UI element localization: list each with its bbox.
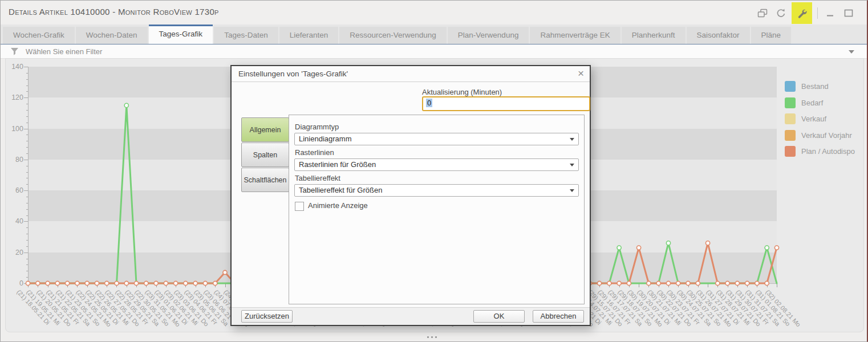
title-bar: Details Artikel 10410000 - Monitor RoboV… <box>1 2 867 23</box>
filter-placeholder: Wählen Sie einen Filter <box>26 47 102 56</box>
series-marker-plan-autodispo <box>184 281 188 285</box>
titlebar-separator <box>817 7 818 19</box>
legend-label-bedarf: Bedarf <box>801 99 823 107</box>
tab-ressourcen-verwendung[interactable]: Ressourcen-Verwendung <box>339 27 447 44</box>
series-marker-plan-autodispo <box>666 281 670 285</box>
legend-item-plan-autodispo[interactable]: Plan / Autodispo <box>785 146 855 157</box>
settings-dialog: Einstellungen von 'Tages-Grafik' × Aktua… <box>230 65 591 326</box>
rasterlinien-chevron-down-icon <box>570 164 574 166</box>
series-marker-plan-autodispo <box>597 281 601 285</box>
series-marker-plan-autodispo <box>203 281 207 285</box>
series-marker-plan-autodispo <box>686 281 690 285</box>
series-marker-plan-autodispo <box>115 281 119 285</box>
series-marker-plan-autodispo <box>36 281 40 285</box>
series-marker-plan-autodispo <box>174 281 178 285</box>
series-marker-plan-autodispo <box>696 281 700 285</box>
series-marker-plan-autodispo <box>213 281 217 285</box>
tab-plan-verwendung[interactable]: Plan-Verwendung <box>448 27 529 44</box>
filter-chevron-down-icon[interactable] <box>849 50 854 54</box>
series-marker-plan-autodispo <box>223 270 227 274</box>
diagrammtyp-label: Diagrammtyp <box>295 123 339 131</box>
series-marker-plan-autodispo <box>676 281 680 285</box>
series-marker-plan-autodispo <box>755 281 759 285</box>
reset-button[interactable]: Zurücksetzen <box>241 310 293 323</box>
series-marker-plan-autodispo <box>656 281 660 285</box>
series-marker-bedarf <box>617 246 621 250</box>
series-marker-plan-autodispo <box>144 281 148 285</box>
series-marker-bedarf <box>124 103 128 107</box>
series-marker-plan-autodispo <box>124 281 128 285</box>
rasterlinien-value: Rasterlinien für Größen <box>299 160 376 169</box>
refresh-icon[interactable] <box>774 7 787 19</box>
filter-bar[interactable]: Wählen Sie einen Filter <box>1 45 867 59</box>
tab-rahmenverträge-ek[interactable]: Rahmenverträge EK <box>530 27 620 44</box>
ok-button[interactable]: OK <box>473 310 525 323</box>
tab-saisonfaktor[interactable]: Saisonfaktor <box>687 27 750 44</box>
cascade-windows-icon[interactable] <box>756 7 769 19</box>
refresh-minutes-value: 0 <box>426 99 432 107</box>
dialog-footer: Zurücksetzen OK Abbrechen <box>232 307 590 325</box>
tab-tages-daten[interactable]: Tages-Daten <box>214 27 278 44</box>
tab-lieferanten[interactable]: Lieferanten <box>279 27 339 44</box>
tab-bar: Wochen-GrafikWochen-DatenTages-GrafikTag… <box>1 25 867 44</box>
diagrammtyp-chevron-down-icon <box>570 138 574 141</box>
legend-swatch-bestand <box>785 81 796 92</box>
series-marker-plan-autodispo <box>66 281 70 285</box>
dialog-tab-schaltflächen[interactable]: Schaltflächen <box>241 168 289 192</box>
tabelliereffekt-dropdown[interactable]: Tabelliereffekt für Größen <box>294 184 579 197</box>
tabelliereffekt-value: Tabelliereffekt für Größen <box>299 186 382 194</box>
legend-swatch-plan-autodispo <box>785 146 796 157</box>
legend-item-bedarf[interactable]: Bedarf <box>785 97 823 108</box>
dialog-close-icon[interactable]: × <box>578 67 584 80</box>
series-marker-plan-autodispo <box>85 281 89 285</box>
series-marker-plan-autodispo <box>706 241 710 245</box>
legend-label-bestand: Bestand <box>801 82 829 91</box>
series-marker-plan-autodispo <box>105 281 109 285</box>
series-marker-plan-autodispo <box>617 281 621 285</box>
minimize-icon[interactable] <box>824 7 837 19</box>
series-marker-plan-autodispo <box>637 246 641 250</box>
settings-wrench-icon[interactable] <box>792 2 812 24</box>
cancel-button[interactable]: Abbrechen <box>533 310 584 323</box>
series-marker-plan-autodispo <box>647 281 651 285</box>
series-marker-plan-autodispo <box>607 281 611 285</box>
series-marker-plan-autodispo <box>134 281 138 285</box>
legend-swatch-verkauf <box>785 113 796 124</box>
legend-label-verkauf-vorjahr: Verkauf Vorjahr <box>801 131 852 140</box>
series-marker-plan-autodispo <box>46 281 50 285</box>
series-marker-plan-autodispo <box>627 281 631 285</box>
dialog-tab-spalten[interactable]: Spalten <box>241 142 289 167</box>
diagrammtyp-value: Liniendiagramm <box>299 135 352 143</box>
tab-wochen-grafik[interactable]: Wochen-Grafik <box>3 27 75 44</box>
titlebar-icons <box>753 6 858 21</box>
series-marker-plan-autodispo <box>745 281 749 285</box>
series-marker-plan-autodispo <box>55 281 59 285</box>
legend-item-verkauf[interactable]: Verkauf <box>785 113 826 124</box>
tab-wochen-daten[interactable]: Wochen-Daten <box>76 27 148 44</box>
tab-planherkunft[interactable]: Planherkunft <box>622 27 686 44</box>
rasterlinien-dropdown[interactable]: Rasterlinien für Größen <box>294 158 579 171</box>
dialog-title: Einstellungen von 'Tages-Grafik' <box>238 70 348 78</box>
legend-item-verkauf-vorjahr[interactable]: Verkauf Vorjahr <box>785 130 852 141</box>
dialog-content-panel: Animierte Anzeige DiagrammtypLiniendiagr… <box>289 115 585 304</box>
legend-swatch-verkauf-vorjahr <box>785 130 796 141</box>
series-marker-plan-autodispo <box>154 281 158 285</box>
window-title: Details Artikel 10410000 - Monitor RoboV… <box>9 7 219 17</box>
details-window: Details Artikel 10410000 - Monitor RoboV… <box>0 0 868 342</box>
tab-pläne[interactable]: Pläne <box>751 27 792 44</box>
dialog-title-bar: Einstellungen von 'Tages-Grafik' × <box>232 66 590 82</box>
diagrammtyp-dropdown[interactable]: Liniendiagramm <box>294 133 579 145</box>
refresh-minutes-input[interactable]: 0 <box>422 96 590 111</box>
series-marker-plan-autodispo <box>164 281 168 285</box>
series-marker-plan-autodispo <box>193 281 197 285</box>
splitter-handle-bottom[interactable] <box>427 336 437 338</box>
tab-tages-grafik[interactable]: Tages-Grafik <box>149 25 213 44</box>
series-marker-plan-autodispo <box>716 281 720 285</box>
tabelliereffekt-label: Tabelliereffekt <box>295 174 340 182</box>
legend-item-bestand[interactable]: Bestand <box>785 81 829 92</box>
refresh-minutes-label: Aktualisierung (Minuten) <box>422 88 502 96</box>
animated-display-checkbox[interactable] <box>295 202 304 211</box>
rasterlinien-label: Rasterlinien <box>295 148 334 157</box>
dialog-tab-allgemein[interactable]: Allgemein <box>241 117 289 142</box>
maximize-icon[interactable] <box>842 7 855 19</box>
